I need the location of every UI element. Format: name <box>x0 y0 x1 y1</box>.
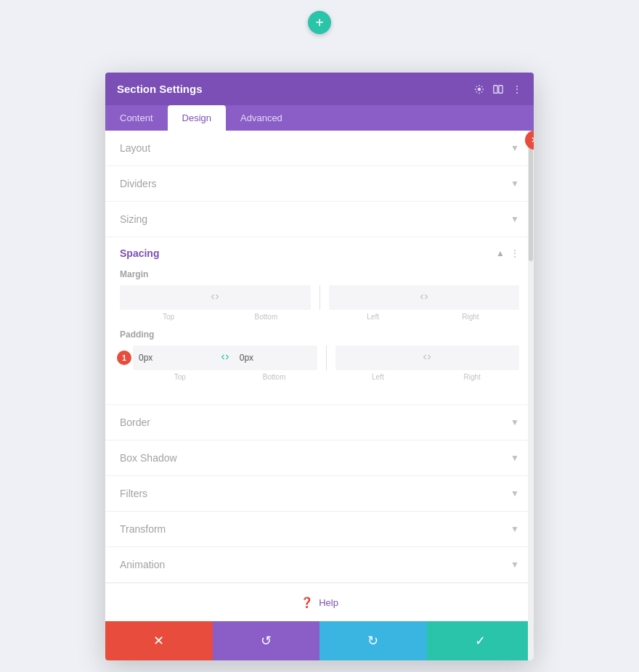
margin-top-label: Top <box>120 313 217 321</box>
more-options-icon[interactable]: ⋮ <box>512 83 522 95</box>
sizing-section-row[interactable]: Sizing ▼ <box>105 202 534 237</box>
svg-rect-1 <box>494 85 497 93</box>
svg-rect-2 <box>499 85 502 93</box>
border-section-row[interactable]: Border ▼ <box>105 405 534 441</box>
border-label: Border <box>120 417 150 428</box>
modal-title: Section Settings <box>117 83 203 95</box>
animation-chevron-icon: ▼ <box>510 560 519 570</box>
help-label[interactable]: Help <box>319 597 338 608</box>
padding-tb-labels: Top Bottom <box>133 373 322 381</box>
spacing-header: Spacing ▲ ⋮ <box>120 247 519 259</box>
margin-label: Margin <box>120 269 519 279</box>
padding-badge: 1 <box>117 351 131 365</box>
cancel-button[interactable]: ✕ <box>105 621 213 660</box>
padding-sublabels: Top Bottom Left Right <box>120 373 519 381</box>
scrollbar-track <box>528 131 534 660</box>
transform-chevron-icon: ▼ <box>510 524 519 534</box>
svg-point-0 <box>478 87 481 90</box>
dividers-section-row[interactable]: Dividers ▼ <box>105 166 534 202</box>
margin-right-input[interactable] <box>433 292 519 303</box>
padding-lr-link-icon[interactable] <box>418 353 436 364</box>
padding-top-label: Top <box>133 373 227 381</box>
dividers-label: Dividers <box>120 178 157 189</box>
margin-right-label: Right <box>422 313 519 321</box>
border-chevron-icon: ▼ <box>510 417 519 427</box>
dividers-chevron-icon: ▼ <box>510 179 519 189</box>
reset-button[interactable]: ↺ <box>213 621 320 660</box>
padding-label: Padding <box>120 329 519 340</box>
animation-section-row[interactable]: Animation ▼ <box>105 547 534 583</box>
transform-section-row[interactable]: Transform ▼ <box>105 512 534 547</box>
padding-input-row <box>120 345 519 370</box>
margin-left-right-input[interactable] <box>329 285 520 310</box>
margin-left-input[interactable] <box>329 292 415 303</box>
padding-bottom-label: Bottom <box>227 373 322 381</box>
sizing-label: Sizing <box>120 213 147 225</box>
spacing-title: Spacing <box>120 247 159 259</box>
layout-chevron-icon: ▼ <box>510 143 519 153</box>
redo-button[interactable]: ↻ <box>320 621 427 660</box>
margin-bottom-label: Bottom <box>217 313 314 321</box>
layout-label: Layout <box>120 142 150 154</box>
padding-top-bottom-input[interactable] <box>133 345 317 370</box>
padding-lr-labels: Left Right <box>331 373 520 381</box>
filters-chevron-icon: ▼ <box>510 488 519 499</box>
columns-icon[interactable] <box>493 84 503 94</box>
padding-bottom-input[interactable] <box>234 353 317 363</box>
modal-actions: ✕ ↺ ↻ ✓ <box>105 621 534 660</box>
padding-left-right-input[interactable] <box>335 345 520 370</box>
padding-link-icon[interactable] <box>216 353 234 364</box>
padding-divider <box>326 345 327 370</box>
modal-help-footer: ❓ Help <box>105 583 534 621</box>
margin-lr-labels: Left Right <box>325 313 520 321</box>
filters-label: Filters <box>120 488 147 499</box>
sizing-chevron-icon: ▼ <box>510 214 519 224</box>
settings-icon[interactable] <box>474 84 484 94</box>
margin-bottom-input[interactable] <box>224 292 310 303</box>
box-shadow-chevron-icon: ▼ <box>510 453 519 463</box>
scrollbar-thumb[interactable] <box>529 145 533 261</box>
section-settings-modal: Section Settings ⋮ Content Design Advanc… <box>105 73 534 660</box>
spacing-more-icon[interactable]: ⋮ <box>510 248 519 258</box>
help-icon: ❓ <box>301 597 313 608</box>
margin-tb-labels: Top Bottom <box>120 313 315 321</box>
tab-content[interactable]: Content <box>105 105 168 131</box>
modal-header: Section Settings ⋮ <box>105 73 534 105</box>
layout-section-row[interactable]: Layout ▼ <box>105 131 534 166</box>
margin-top-bottom-input[interactable] <box>120 285 311 310</box>
spacing-collapse-icon[interactable]: ▲ <box>496 248 505 258</box>
margin-divider <box>320 285 320 310</box>
save-button[interactable]: ✓ <box>427 621 534 660</box>
animation-label: Animation <box>120 559 165 570</box>
margin-top-input[interactable] <box>120 292 206 303</box>
margin-input-row <box>120 285 519 310</box>
padding-left-label: Left <box>331 373 426 381</box>
modal-header-icons: ⋮ <box>474 83 522 95</box>
padding-right-label: Right <box>425 373 519 381</box>
transform-label: Transform <box>120 523 166 535</box>
filters-section-row[interactable]: Filters ▼ <box>105 476 534 512</box>
margin-lr-link-icon[interactable] <box>415 292 433 303</box>
spacing-section: Spacing ▲ ⋮ Margin <box>105 237 534 405</box>
padding-top-input[interactable] <box>133 353 216 363</box>
tab-design[interactable]: Design <box>168 105 226 131</box>
margin-sublabels: Top Bottom Left Right <box>120 313 519 321</box>
box-shadow-section-row[interactable]: Box Shadow ▼ <box>105 441 534 476</box>
padding-row-wrapper: 1 <box>120 345 519 370</box>
padding-right-input[interactable] <box>436 353 519 363</box>
margin-link-icon[interactable] <box>206 292 224 303</box>
padding-left-input[interactable] <box>335 353 419 363</box>
margin-left-label: Left <box>325 313 422 321</box>
modal-tabs: Content Design Advanced <box>105 105 534 131</box>
tab-advanced[interactable]: Advanced <box>226 105 297 131</box>
box-shadow-label: Box Shadow <box>120 452 177 464</box>
add-section-button[interactable]: + <box>308 11 331 34</box>
spacing-header-icons: ▲ ⋮ <box>496 248 519 258</box>
